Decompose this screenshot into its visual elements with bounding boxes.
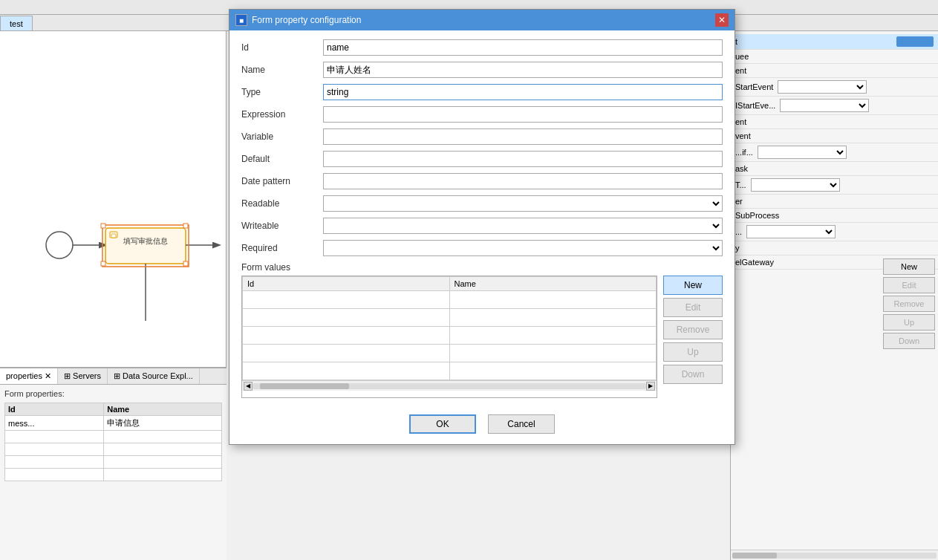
type-row: Type bbox=[241, 84, 723, 100]
fv-empty-row bbox=[243, 362, 657, 380]
fv-empty-row bbox=[243, 309, 657, 327]
fv-scroll-thumb bbox=[260, 383, 349, 389]
fv-empty-row bbox=[243, 345, 657, 362]
ok-button[interactable]: OK bbox=[409, 414, 476, 434]
variable-row: Variable bbox=[241, 128, 723, 145]
form-values-buttons: New Edit Remove Up Down bbox=[663, 276, 723, 398]
default-input[interactable] bbox=[323, 151, 723, 167]
name-row: Name bbox=[241, 62, 723, 78]
fv-empty-row bbox=[243, 291, 657, 309]
fv-up-button[interactable]: Up bbox=[663, 342, 723, 362]
fv-new-button[interactable]: New bbox=[663, 276, 723, 295]
fv-empty-row bbox=[243, 327, 657, 345]
variable-input[interactable] bbox=[323, 128, 723, 145]
dialog-title-left: ■ Form property configuration bbox=[235, 14, 361, 26]
id-input[interactable] bbox=[323, 39, 723, 56]
id-row: Id bbox=[241, 39, 723, 56]
form-values-section: Form values Id Name bbox=[241, 262, 723, 398]
dialog-body: Id Name Type Expression Variable bbox=[229, 30, 735, 407]
default-row: Default bbox=[241, 151, 723, 167]
form-values-table-wrap: Id Name bbox=[241, 276, 657, 398]
default-label: Default bbox=[241, 154, 323, 164]
form-values-table: Id Name bbox=[242, 276, 657, 380]
fv-scroll-track[interactable] bbox=[253, 383, 646, 389]
required-select[interactable]: true false bbox=[323, 240, 723, 256]
type-input[interactable] bbox=[323, 84, 723, 100]
expression-row: Expression bbox=[241, 106, 723, 123]
dialog-titlebar: ■ Form property configuration ✕ bbox=[229, 10, 735, 30]
form-values-label: Form values bbox=[241, 262, 723, 273]
writeable-row: Writeable true false bbox=[241, 218, 723, 234]
scroll-left-arrow[interactable]: ◀ bbox=[244, 382, 253, 391]
dialog-title: Form property configuration bbox=[252, 15, 361, 25]
id-label: Id bbox=[241, 42, 323, 53]
required-label: Required bbox=[241, 243, 323, 253]
dialog-icon: ■ bbox=[235, 14, 247, 26]
form-property-dialog: ■ Form property configuration ✕ Id Name … bbox=[229, 9, 735, 445]
readable-label: Readable bbox=[241, 198, 323, 209]
fv-col-id: Id bbox=[243, 277, 450, 291]
writeable-select[interactable]: true false bbox=[323, 218, 723, 234]
fv-scrollbar[interactable]: ◀ ▶ bbox=[242, 380, 657, 391]
type-label: Type bbox=[241, 87, 323, 97]
fv-remove-button[interactable]: Remove bbox=[663, 320, 723, 339]
required-row: Required true false bbox=[241, 240, 723, 256]
cancel-button[interactable]: Cancel bbox=[488, 414, 555, 434]
scroll-right-arrow[interactable]: ▶ bbox=[646, 382, 655, 391]
fv-down-button[interactable]: Down bbox=[663, 365, 723, 384]
name-label: Name bbox=[241, 65, 323, 75]
date-pattern-label: Date pattern bbox=[241, 176, 323, 186]
expression-input[interactable] bbox=[323, 106, 723, 123]
readable-row: Readable true false bbox=[241, 195, 723, 212]
writeable-label: Writeable bbox=[241, 221, 323, 231]
fv-col-name: Name bbox=[449, 277, 657, 291]
dialog-overlay: ■ Form property configuration ✕ Id Name … bbox=[0, 0, 938, 560]
date-pattern-row: Date pattern bbox=[241, 173, 723, 189]
expression-label: Expression bbox=[241, 109, 323, 120]
variable-label: Variable bbox=[241, 131, 323, 142]
readable-select[interactable]: true false bbox=[323, 195, 723, 212]
fv-edit-button[interactable]: Edit bbox=[663, 298, 723, 317]
form-values-container: Id Name bbox=[241, 276, 723, 398]
dialog-footer: OK Cancel bbox=[229, 407, 735, 444]
date-pattern-input[interactable] bbox=[323, 173, 723, 189]
dialog-close-button[interactable]: ✕ bbox=[715, 13, 729, 27]
name-input[interactable] bbox=[323, 62, 723, 78]
